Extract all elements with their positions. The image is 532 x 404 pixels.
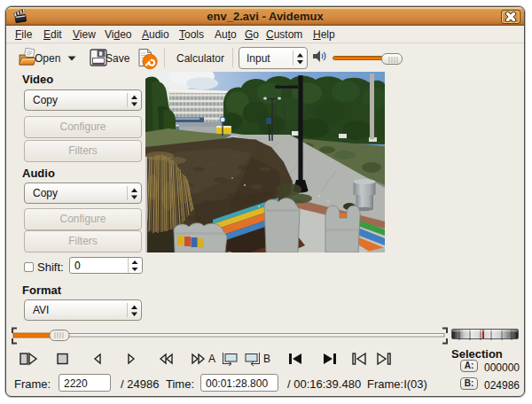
- svg-text:B: B: [263, 353, 270, 365]
- svg-text:A: A: [208, 353, 215, 365]
